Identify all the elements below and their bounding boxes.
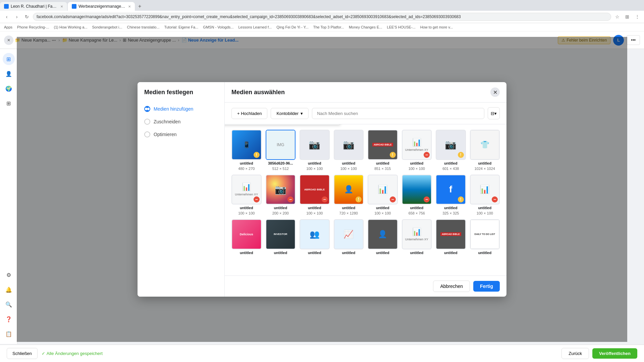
bookmark-5[interactable]: Tutorial: Eigene Fa... — [163, 24, 200, 30]
media-thumb-21[interactable]: 👤 — [368, 219, 398, 249]
media-item-15[interactable]: f untitled 325 × 325 — [436, 175, 466, 216]
media-thumb-24[interactable]: DAILY TO DO LIST — [470, 219, 500, 249]
media-item-22[interactable]: 📊 Unternehmen XY untitled — [402, 219, 432, 256]
bookmark-apps[interactable]: Apps — [3, 24, 14, 30]
media-item-5[interactable]: ABROAD BIBLE untitled 851 × 315 — [368, 130, 398, 171]
bookmark-1[interactable]: Phone Recycling-... — [16, 24, 50, 30]
media-thumb-12[interactable]: 👤 — [334, 175, 364, 205]
sidebar-grid[interactable]: ⊞ — [3, 97, 15, 109]
media-thumb-1[interactable]: 📱 — [231, 130, 262, 160]
bookmark-7[interactable]: Lessons Learned f... — [237, 24, 273, 30]
publish-btn[interactable]: Veröffentlichen — [592, 348, 637, 359]
media-item-8[interactable]: 👕 untitled 1024 × 1024 — [470, 130, 500, 171]
bookmark-8[interactable]: Qing Fei De Yi - Y... — [275, 24, 310, 30]
media-item-9[interactable]: 📊 Unternehmen XY untitled 100 × 100 — [231, 175, 262, 216]
browser-tab-1[interactable]: Leon R. Chaudhari | Facebook ✕ — [0, 2, 67, 11]
browser-tab-2[interactable]: Werbeanzeigenmanager - We... ✕ — [68, 2, 135, 11]
bookmark-4[interactable]: Chinese translatio... — [125, 24, 161, 30]
media-thumb-19[interactable]: 👥 — [300, 219, 330, 249]
media-thumb-6[interactable]: 📊 Unternehmen XY — [402, 130, 432, 160]
header-more-btn[interactable]: ••• — [627, 35, 640, 45]
media-item-1[interactable]: 📱 untitled 480 × 270 — [231, 130, 262, 171]
media-search-input[interactable] — [312, 108, 484, 119]
close-bottom-btn[interactable]: Schließen — [7, 348, 38, 359]
nav-item-zuschneiden[interactable]: Zuschneiden — [138, 115, 224, 128]
media-thumb-13[interactable]: 📊 — [368, 175, 398, 205]
sidebar-notification[interactable]: 🔔 — [3, 284, 15, 296]
media-item-17[interactable]: Delicious untitled — [231, 219, 262, 256]
sidebar-home[interactable]: ⊞ — [3, 53, 15, 65]
sidebar-help[interactable]: ❓ — [3, 313, 15, 325]
sidebar-user[interactable]: 👤 — [3, 68, 15, 80]
media-thumb-23[interactable]: ABROAD BIBLE — [436, 219, 466, 249]
nav-bookmark[interactable]: ☆ — [613, 13, 621, 21]
nav-item-hinzufugen[interactable]: Medien hinzufügen — [138, 103, 224, 115]
media-label-13: untitled — [376, 206, 389, 210]
media-thumb-10[interactable]: 📷 — [266, 175, 296, 205]
media-thumb-14[interactable] — [402, 175, 432, 205]
sidebar-search[interactable]: 🔍 — [3, 298, 15, 310]
media-thumb-5[interactable]: ABROAD BIBLE — [368, 130, 398, 160]
nav-refresh[interactable]: ↻ — [23, 13, 31, 21]
bookmark-10[interactable]: Money Changes E... — [347, 24, 384, 30]
nav-extensions[interactable]: ⊞ — [623, 13, 631, 21]
media-item-2[interactable]: IMG 3856d620-9678-4b53-a78e-2a29a7864c02… — [266, 130, 296, 171]
bookmark-12[interactable]: How to get more v... — [419, 24, 454, 30]
media-item-4[interactable]: 📷 untitled 100 × 100 — [334, 130, 364, 171]
media-item-21[interactable]: 👤 untitled — [368, 219, 398, 256]
tab1-favicon — [4, 4, 9, 9]
media-thumb-9[interactable]: 📊 Unternehmen XY — [231, 175, 262, 205]
media-grid-container[interactable]: 📱 untitled 480 × 270 IMG — [225, 124, 506, 276]
nav-item-optimieren[interactable]: Optimieren — [138, 128, 224, 141]
back-btn[interactable]: Zurück — [561, 348, 589, 359]
new-tab-button[interactable]: + — [136, 2, 144, 11]
tab1-close[interactable]: ✕ — [60, 5, 63, 8]
bookmark-2[interactable]: (1) How Working a... — [52, 24, 89, 30]
finish-btn[interactable]: Fertig — [473, 281, 500, 292]
sidebar-globe[interactable]: 🌍 — [3, 82, 15, 95]
media-item-12[interactable]: 👤 untitled 720 × 1280 — [334, 175, 364, 216]
bookmark-9[interactable]: The Top 3 Platfor... — [312, 24, 345, 30]
media-item-14[interactable]: untitled 658 × 756 — [402, 175, 432, 216]
sidebar-settings[interactable]: ⚙ — [3, 269, 15, 281]
filter-btn[interactable]: ⊟▾ — [488, 107, 500, 119]
media-thumb-17[interactable]: Delicious — [231, 219, 262, 249]
media-item-6[interactable]: 📊 Unternehmen XY untitled 100 × 100 — [402, 130, 432, 171]
media-item-11[interactable]: ABROAD BIBLE untitled 100 × 100 — [300, 175, 330, 216]
sidebar-reports[interactable]: 📋 — [3, 328, 15, 340]
upload-btn[interactable]: + Hochladen — [231, 108, 267, 119]
media-thumb-22[interactable]: 📊 Unternehmen XY — [402, 219, 432, 249]
media-item-20[interactable]: 📈 untitled — [334, 219, 364, 256]
media-item-10[interactable]: 📷 untitled 200 × 200 — [266, 175, 296, 216]
media-item-16[interactable]: 📊 untitled 100 × 100 — [470, 175, 500, 216]
media-item-7[interactable]: 📷 untitled 601 × 438 — [436, 130, 466, 171]
close-button[interactable]: ✕ — [4, 36, 13, 45]
media-thumb-16[interactable]: 📊 — [470, 175, 500, 205]
tab2-close[interactable]: ✕ — [128, 5, 131, 8]
media-item-23[interactable]: ABROAD BIBLE untitled — [436, 219, 466, 256]
nav-forward[interactable]: › — [13, 13, 21, 21]
kontobilder-btn[interactable]: Kontobilder ▾ — [271, 108, 309, 119]
media-thumb-20[interactable]: 📈 — [334, 219, 364, 249]
bookmark-6[interactable]: GMSN - Vologds... — [202, 24, 235, 30]
media-item-24[interactable]: DAILY TO DO LIST untitled — [470, 219, 500, 256]
media-thumb-7[interactable]: 📷 — [436, 130, 466, 160]
media-thumb-3[interactable]: 📷 — [300, 130, 330, 160]
dialog-close-btn[interactable]: ✕ — [490, 87, 500, 97]
bookmark-11[interactable]: LEE'S HOUSE-... — [386, 24, 417, 30]
nav-menu[interactable]: ⋮ — [633, 13, 641, 21]
media-item-19[interactable]: 👥 untitled — [300, 219, 330, 256]
url-bar[interactable] — [33, 13, 611, 21]
media-item-13[interactable]: 📊 untitled 100 × 100 — [368, 175, 398, 216]
nav-back[interactable]: ‹ — [3, 13, 11, 21]
media-thumb-11[interactable]: ABROAD BIBLE — [300, 175, 330, 205]
media-thumb-2[interactable]: IMG — [266, 130, 296, 160]
media-thumb-8[interactable]: 👕 — [470, 130, 500, 160]
media-item-18[interactable]: INVESTOR untitled — [266, 219, 296, 256]
bookmark-3[interactable]: Sonderangebot i... — [91, 24, 124, 30]
cancel-btn[interactable]: Abbrechen — [433, 281, 470, 292]
media-item-3[interactable]: 📷 untitled 100 × 100 — [300, 130, 330, 171]
media-thumb-4[interactable]: 📷 — [334, 130, 364, 160]
media-thumb-15[interactable]: f — [436, 175, 466, 205]
media-thumb-18[interactable]: INVESTOR — [266, 219, 296, 249]
